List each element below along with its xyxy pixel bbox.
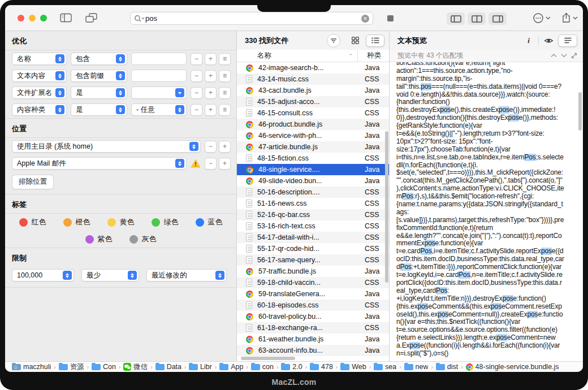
limit-mode-select[interactable]: 最少 — [81, 269, 139, 281]
text-preview-button[interactable] — [558, 34, 577, 47]
table-row[interactable]: 53-16-rich-text.cssCSS — [237, 220, 389, 232]
breadcrumb-item[interactable]: Con — [92, 363, 116, 371]
operator-select[interactable]: 包含 — [71, 53, 127, 65]
tag-橙色[interactable]: 橙色 — [63, 217, 90, 227]
criterion-options-button[interactable]: ≡ — [219, 104, 231, 116]
column-header-name[interactable]: 名称 — [237, 51, 348, 60]
sort-ascending-icon[interactable]: ⌃ — [348, 53, 353, 59]
breadcrumb-item[interactable]: Libr — [189, 363, 212, 371]
operator-select[interactable]: 是 — [71, 103, 127, 116]
search-input[interactable] — [145, 14, 361, 23]
exclude-locations-button[interactable]: 排除位置 — [12, 175, 54, 189]
toggle-sidebar-icon[interactable] — [60, 13, 72, 23]
add-criterion-button[interactable]: + — [205, 70, 217, 82]
add-location-button[interactable]: + — [219, 158, 231, 170]
table-row[interactable]: 42-image-search-b...Java — [237, 62, 389, 73]
remove-criterion-button[interactable]: − — [191, 70, 202, 82]
breadcrumb-item[interactable]: 微信 — [123, 362, 148, 372]
remove-location-button[interactable]: − — [205, 141, 217, 153]
table-row[interactable]: 61-weather.bundle.jsJava — [237, 333, 389, 345]
table-row[interactable]: 46-service-with-ph...Java — [237, 130, 389, 141]
stop-button[interactable] — [387, 15, 394, 21]
quicklook-button[interactable] — [540, 34, 557, 47]
breadcrumb-item[interactable]: sea — [374, 363, 396, 371]
criteria-value-combo[interactable] — [131, 86, 187, 99]
layout-middle-pane-button[interactable] — [468, 12, 486, 25]
vertical-scrollbar[interactable] — [385, 131, 388, 283]
tag-黄色[interactable]: 黄色 — [107, 217, 135, 227]
close-button[interactable] — [18, 15, 24, 21]
breadcrumb-item[interactable]: con — [251, 363, 274, 371]
attribute-select[interactable]: 文件扩展名 — [12, 86, 67, 99]
tag-紫色[interactable]: 紫色 — [85, 234, 113, 244]
breadcrumb-item[interactable]: 2.0 — [281, 363, 302, 371]
breadcrumb-item[interactable]: maczhuli — [12, 363, 51, 371]
table-row[interactable]: 55-17-qr-code-hid...CSS — [237, 243, 389, 254]
breadcrumb-item[interactable]: 478 — [310, 363, 333, 371]
remove-criterion-button[interactable]: − — [191, 87, 202, 99]
preview-scrollbar[interactable] — [578, 92, 582, 131]
info-button[interactable]: i — [520, 34, 537, 47]
filter-button[interactable] — [327, 34, 340, 47]
criteria-value-input[interactable] — [131, 53, 187, 65]
next-match-icon[interactable] — [561, 54, 567, 58]
table-row[interactable]: 49-slide-video.bun...Java — [237, 175, 389, 187]
column-header-kind[interactable]: 种类 — [357, 50, 389, 62]
windows-icon[interactable] — [85, 13, 97, 23]
operator-select[interactable]: 包含前缀 — [71, 70, 127, 82]
criteria-value-select[interactable]: - 任意 — [131, 103, 187, 116]
tag-蓝色[interactable]: 蓝色 — [196, 217, 223, 227]
table-row[interactable]: 43-cacl.bundle.jsJava — [237, 85, 389, 96]
table-row[interactable]: 46-15-consult.cssCSS — [237, 107, 389, 119]
table-row[interactable]: 57-traffic.bundle.jsJava — [237, 266, 389, 277]
breadcrumb-item[interactable]: App — [219, 363, 243, 371]
attribute-select[interactable]: 文本内容 — [12, 70, 67, 82]
limit-sort-select[interactable]: 最近修改的 — [146, 269, 227, 281]
previous-match-icon[interactable] — [551, 54, 557, 58]
minimize-button[interactable] — [29, 15, 36, 21]
breadcrumb-item[interactable]: dist — [436, 363, 458, 371]
breadcrumb-item[interactable]: 资源 — [59, 362, 84, 372]
operator-select[interactable]: 是 — [71, 86, 127, 99]
criterion-options-button[interactable]: ≡ — [219, 87, 231, 99]
breadcrumb-item[interactable]: Web — [340, 363, 366, 371]
table-row[interactable]: 63-account-info.bu...Java — [237, 345, 389, 356]
preview-text[interactable]: tionClass:function(){var e;return{"light… — [390, 62, 583, 361]
clear-search-icon[interactable]: ✕ — [361, 15, 369, 23]
expand-icon[interactable] — [571, 53, 577, 59]
add-location-button[interactable]: + — [219, 141, 231, 153]
table-row[interactable]: 54-17-detail-with-i...CSS — [237, 232, 389, 243]
horizontal-scrollbar[interactable] — [241, 357, 295, 360]
table-row[interactable]: 51-16-news.cssCSS — [237, 198, 389, 209]
tag-红色[interactable]: 红色 — [19, 217, 46, 227]
add-criterion-button[interactable]: + — [205, 53, 217, 65]
location-select[interactable]: Apple Mail 邮件 — [12, 157, 187, 170]
layout-right-pane-button[interactable] — [488, 12, 507, 25]
table-row[interactable]: 46-product.bundle.jsJava — [237, 119, 389, 130]
attribute-select[interactable]: 名称 — [12, 53, 67, 65]
table-row[interactable]: 60-18-episodes.cssCSS — [237, 300, 389, 311]
list-view-button[interactable] — [366, 34, 384, 47]
limit-count-select[interactable]: 100,000 — [12, 269, 74, 281]
search-field[interactable]: ✕ — [130, 12, 373, 25]
table-row[interactable]: 48-15-fiction.cssCSS — [237, 153, 389, 164]
remove-criterion-button[interactable]: − — [191, 104, 202, 116]
table-row[interactable]: 60-travel-policy.bu...Java — [237, 311, 389, 322]
share-button[interactable] — [561, 12, 578, 24]
table-row[interactable]: 59-translateGenera...Java — [237, 288, 389, 300]
breadcrumb-item[interactable]: Data — [155, 363, 181, 371]
more-options-button[interactable] — [533, 12, 551, 24]
breadcrumb-item[interactable]: new — [404, 363, 429, 371]
add-criterion-button[interactable]: + — [205, 87, 217, 99]
table-row[interactable]: 45-15-adjust-acco...CSS — [237, 96, 389, 107]
table-row[interactable]: 61-18-exchange-ra...CSS — [237, 322, 389, 333]
tag-灰色[interactable]: 灰色 — [129, 234, 157, 244]
criterion-options-button[interactable]: ≡ — [219, 70, 231, 82]
table-row[interactable]: 56-17-same-query...CSS — [237, 254, 389, 266]
table-row[interactable]: 52-16-qc-bar.cssCSS — [237, 209, 389, 220]
table-row[interactable]: 47-article.bundle.jsJava — [237, 141, 389, 153]
criterion-options-button[interactable]: ≡ — [219, 53, 231, 65]
location-select[interactable]: 使用主目录 (系统 home) — [12, 140, 201, 153]
add-criterion-button[interactable]: + — [205, 104, 217, 116]
remove-location-button[interactable]: − — [205, 158, 217, 170]
